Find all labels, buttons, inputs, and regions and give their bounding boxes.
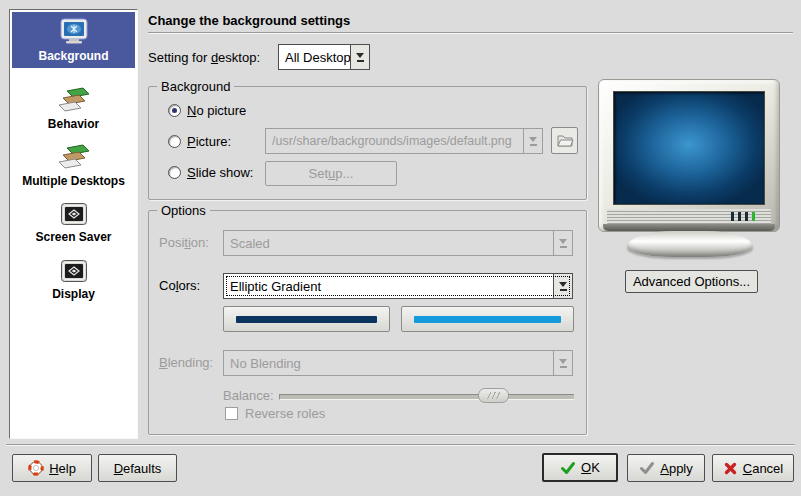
reverse-roles-checkbox[interactable] (225, 407, 238, 420)
open-folder-icon (556, 133, 574, 149)
chevron-down-icon (350, 45, 369, 69)
sidebar-item-label: Multiple Desktops (22, 174, 125, 188)
chevron-down-icon (523, 129, 542, 153)
help-label: Help (49, 461, 76, 476)
sidebar-item-label: Background (38, 49, 108, 63)
position-value: Scaled (224, 231, 553, 255)
monitor-indicator-lights (731, 212, 755, 221)
balance-label: Balance: (223, 388, 274, 403)
background-settings-window: Background Behavior Multiple Desktop (0, 0, 801, 496)
colors-label: Colors: (159, 278, 200, 293)
slide-show-label: Slide show: (187, 165, 253, 180)
chevron-down-icon (553, 231, 572, 255)
reverse-roles-label: Reverse roles (245, 406, 325, 421)
cancel-button[interactable]: Cancel (712, 454, 794, 482)
colors-value: Elliptic Gradient (224, 274, 553, 298)
picture-path-value: /usr/share/backgrounds/images/default.pn… (266, 129, 523, 153)
color1-bar (236, 316, 378, 323)
cancel-label: Cancel (743, 461, 783, 476)
background-group-title: Background (157, 79, 234, 94)
colors-combo[interactable]: Elliptic Gradient (223, 273, 573, 299)
slider-handle[interactable] (478, 388, 509, 403)
red-cross-icon (723, 461, 738, 476)
desktop-select-value: All Desktops (279, 45, 350, 69)
green-check-icon (560, 460, 576, 476)
blending-value: No Blending (224, 351, 553, 375)
apply-label: Apply (660, 461, 693, 476)
defaults-button[interactable]: Defaults (98, 454, 177, 482)
picture-radio[interactable] (168, 135, 181, 148)
advanced-options-label: Advanced Options... (633, 274, 750, 289)
desktop-files-icon (57, 87, 91, 115)
options-group: Options Position: Scaled Colors: Ellipti… (148, 210, 587, 435)
slide-show-setup-button[interactable]: Setup... (265, 161, 397, 186)
no-picture-radio[interactable] (168, 104, 181, 117)
options-group-title: Options (157, 203, 210, 218)
ok-button[interactable]: OK (542, 453, 618, 482)
slider-track (279, 394, 574, 400)
chevron-down-icon (553, 274, 572, 298)
ok-label: OK (581, 460, 600, 475)
apply-button[interactable]: Apply (627, 454, 705, 482)
sidebar-item-behavior[interactable]: Behavior (12, 81, 135, 137)
setup-button-label: Setup... (309, 166, 354, 181)
slide-show-radio[interactable] (168, 166, 181, 179)
defaults-label: Defaults (114, 461, 162, 476)
monitor-stand (627, 231, 753, 257)
help-button[interactable]: Help (12, 454, 92, 482)
background-group: Background No picture Picture: /usr/shar… (148, 86, 587, 200)
footer-separator (6, 444, 795, 446)
sidebar-item-label: Behavior (48, 117, 99, 131)
desktop-select[interactable]: All Desktops (278, 44, 370, 70)
advanced-options-button[interactable]: Advanced Options... (625, 270, 758, 293)
monitor-base (603, 224, 775, 231)
lifebuoy-help-icon (28, 460, 44, 476)
sidebar-item-label: Screen Saver (35, 230, 111, 244)
position-combo[interactable]: Scaled (223, 230, 573, 256)
slider-grip-icon (487, 392, 501, 399)
monitor-vents (607, 209, 771, 225)
color2-swatch-button[interactable] (401, 306, 574, 332)
sidebar-item-screen-saver[interactable]: Screen Saver (12, 195, 135, 251)
sidebar-item-multiple-desktops[interactable]: Multiple Desktops (12, 138, 135, 194)
blending-combo[interactable]: No Blending (223, 350, 573, 376)
desktop-files-icon (57, 144, 91, 172)
monitor-preview-screen (613, 91, 765, 205)
setting-for-desktop-label: Setting for desktop: (148, 50, 260, 65)
display-monitor-icon (60, 259, 88, 285)
page-title: Change the background settings (148, 13, 350, 28)
screensaver-monitor-icon (60, 202, 88, 228)
monitor-preview (598, 79, 780, 232)
color1-swatch-button[interactable] (223, 306, 390, 332)
sidebar-item-label: Display (52, 287, 95, 301)
sidebar-item-display[interactable]: Display (12, 252, 135, 308)
browse-folder-button[interactable] (551, 127, 578, 154)
color2-bar (414, 316, 561, 323)
module-list: Background Behavior Multiple Desktop (9, 9, 138, 439)
gray-check-icon (639, 460, 655, 476)
position-label: Position: (159, 235, 209, 250)
chevron-down-icon (553, 351, 572, 375)
picture-path-combo[interactable]: /usr/share/backgrounds/images/default.pn… (265, 128, 543, 154)
monitor-blue-icon (57, 17, 91, 47)
blending-label: Blending: (159, 355, 213, 370)
sidebar-item-background[interactable]: Background (12, 12, 135, 68)
header-separator (148, 32, 793, 34)
no-picture-label: No picture (187, 103, 246, 118)
picture-label: Picture: (187, 134, 231, 149)
